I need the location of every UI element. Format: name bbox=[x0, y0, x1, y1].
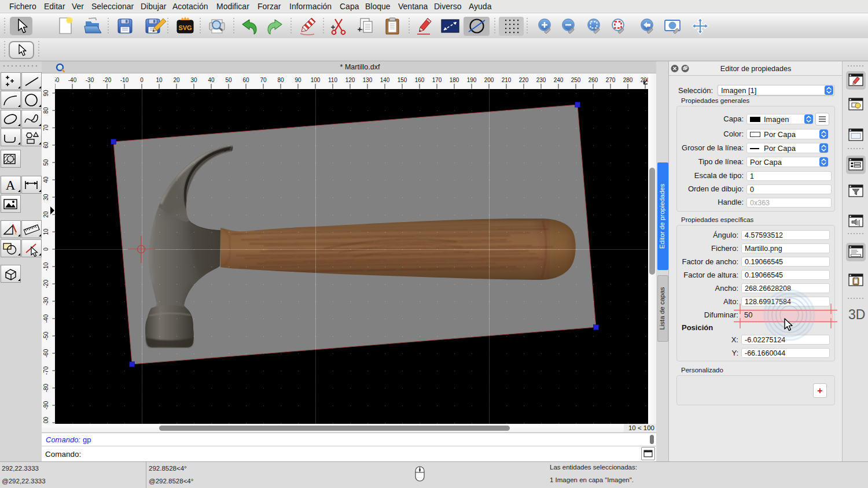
svg-text:30: 30 bbox=[190, 77, 197, 83]
svg-text:-60: -60 bbox=[43, 349, 49, 357]
svg-text:190: 190 bbox=[467, 77, 477, 83]
svg-text:-50: -50 bbox=[55, 77, 60, 83]
svg-text:170: 170 bbox=[432, 77, 442, 83]
svg-text:220: 220 bbox=[519, 77, 529, 83]
svg-text:-70: -70 bbox=[43, 366, 49, 375]
svg-text:210: 210 bbox=[502, 77, 512, 83]
svg-text:160: 160 bbox=[415, 77, 425, 83]
svg-text:80: 80 bbox=[43, 107, 49, 114]
svg-text:120: 120 bbox=[345, 77, 355, 83]
svg-text:-30: -30 bbox=[86, 77, 94, 83]
svg-text:-20: -20 bbox=[103, 77, 112, 83]
svg-text:-40: -40 bbox=[68, 77, 77, 83]
svg-text:-90: -90 bbox=[43, 401, 49, 409]
svg-text:30: 30 bbox=[43, 194, 49, 201]
svg-text:60: 60 bbox=[43, 142, 49, 149]
svg-text:50: 50 bbox=[225, 77, 232, 83]
svg-text:180: 180 bbox=[450, 77, 459, 83]
svg-text:150: 150 bbox=[398, 77, 407, 83]
svg-text:90: 90 bbox=[43, 90, 49, 97]
svg-text:-50: -50 bbox=[43, 331, 49, 340]
svg-text:40: 40 bbox=[43, 176, 49, 183]
svg-text:A: A bbox=[6, 178, 16, 193]
svg-text:10: 10 bbox=[43, 228, 49, 235]
svg-text:50: 50 bbox=[43, 159, 49, 166]
svg-text:-20: -20 bbox=[43, 279, 49, 288]
svg-text:200: 200 bbox=[484, 77, 494, 83]
svg-text:20: 20 bbox=[43, 211, 49, 218]
svg-text:270: 270 bbox=[606, 77, 616, 83]
svg-text:260: 260 bbox=[589, 77, 598, 83]
svg-text:250: 250 bbox=[571, 77, 581, 83]
svg-text:80: 80 bbox=[277, 77, 284, 83]
svg-text:230: 230 bbox=[536, 77, 546, 83]
svg-text:-40: -40 bbox=[43, 314, 49, 323]
svg-text:0: 0 bbox=[43, 247, 49, 251]
svg-text:70: 70 bbox=[260, 77, 267, 83]
svg-text:10: 10 bbox=[156, 77, 163, 83]
svg-text:240: 240 bbox=[554, 77, 564, 83]
svg-text:90: 90 bbox=[295, 77, 301, 83]
svg-text:0: 0 bbox=[140, 77, 144, 83]
svg-text:280: 280 bbox=[623, 77, 633, 83]
svg-text:-10: -10 bbox=[120, 77, 129, 83]
svg-text:140: 140 bbox=[380, 77, 390, 83]
svg-text:3D: 3D bbox=[848, 307, 865, 322]
svg-text:60: 60 bbox=[242, 77, 249, 83]
svg-text:-100: -100 bbox=[43, 417, 49, 424]
svg-text:40: 40 bbox=[208, 77, 215, 83]
svg-text:100: 100 bbox=[311, 77, 321, 83]
svg-text:SVG: SVG bbox=[178, 24, 192, 31]
svg-text:-30: -30 bbox=[43, 297, 49, 305]
svg-text:130: 130 bbox=[363, 77, 373, 83]
svg-text:70: 70 bbox=[43, 124, 49, 131]
svg-text:Lista de capas: Lista de capas bbox=[659, 287, 665, 330]
svg-text:110: 110 bbox=[328, 77, 337, 83]
svg-text:-10: -10 bbox=[43, 262, 49, 271]
svg-text:-80: -80 bbox=[43, 383, 49, 392]
svg-text:20: 20 bbox=[173, 77, 180, 83]
